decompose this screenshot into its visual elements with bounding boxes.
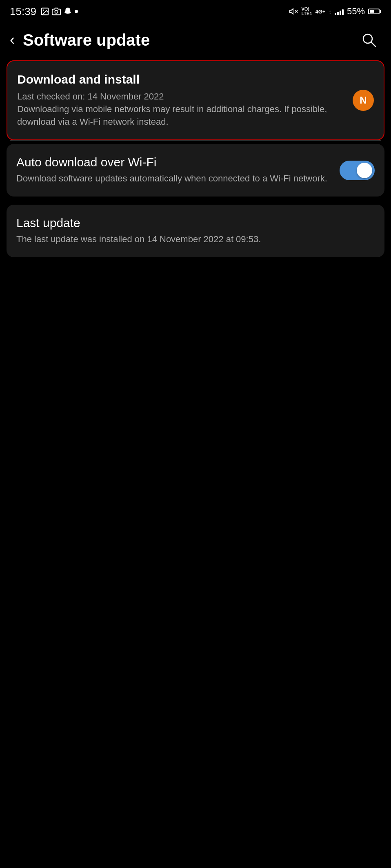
header: ‹ Software update <box>0 21 391 60</box>
notification-badge: N <box>353 90 374 111</box>
battery-text: 55% <box>347 6 365 17</box>
auto-download-section: Auto download over Wi-Fi Download softwa… <box>7 144 384 197</box>
volte-text: VO) LTE1 <box>301 7 312 16</box>
auto-download-description: Download software updates automatically … <box>16 172 331 185</box>
last-update-card[interactable]: Last update The last update was installe… <box>7 205 384 257</box>
main-content: Download and install Last checked on: 14… <box>0 60 391 257</box>
battery-icon <box>368 9 381 14</box>
notification-dot <box>75 10 78 13</box>
section-divider <box>10 140 381 141</box>
signal-bar-3 <box>340 11 341 15</box>
camera-icon <box>52 7 61 16</box>
header-left: ‹ Software update <box>8 31 150 49</box>
network-type: 4G+ <box>315 9 326 15</box>
page-title: Software update <box>23 31 150 49</box>
last-update-title: Last update <box>16 216 375 230</box>
mute-icon <box>289 7 298 16</box>
download-warning: Downloading via mobile networks may resu… <box>17 104 327 127</box>
last-update-description: The last update was installed on 14 Nove… <box>16 233 375 246</box>
toggle-thumb <box>357 163 372 178</box>
signal-bar-1 <box>335 13 336 15</box>
status-time: 15:39 <box>10 5 36 18</box>
back-icon: ‹ <box>10 33 15 47</box>
auto-download-toggle-container <box>340 161 375 180</box>
search-icon <box>360 31 378 49</box>
auto-download-text: Auto download over Wi-Fi Download softwa… <box>16 155 340 185</box>
status-bar: 15:39 <box>0 0 391 21</box>
auto-download-card[interactable]: Auto download over Wi-Fi Download softwa… <box>7 144 384 197</box>
back-button[interactable]: ‹ <box>8 31 16 49</box>
download-card-description: Last checked on: 14 November 2022 Downlo… <box>17 91 374 128</box>
svg-line-7 <box>371 42 375 46</box>
status-icons <box>40 7 78 16</box>
auto-download-title: Auto download over Wi-Fi <box>16 155 331 169</box>
signal-bars <box>335 8 344 15</box>
download-card-title: Download and install <box>17 73 374 86</box>
signal-bar-2 <box>337 12 339 15</box>
toggle-track <box>340 161 375 180</box>
download-last-checked: Last checked on: 14 November 2022 <box>17 91 164 102</box>
data-arrows: ↕ <box>329 9 331 15</box>
gallery-icon <box>40 7 49 16</box>
download-install-card[interactable]: Download and install Last checked on: 14… <box>7 60 384 140</box>
svg-marker-3 <box>290 9 293 14</box>
signal-bar-4 <box>342 9 344 15</box>
svg-point-1 <box>43 9 44 11</box>
status-left: 15:39 <box>10 5 78 18</box>
status-right: VO) LTE1 4G+ ↕ 55% <box>289 6 381 17</box>
search-button[interactable] <box>358 29 380 51</box>
svg-point-2 <box>55 10 58 13</box>
auto-download-toggle[interactable] <box>340 161 375 180</box>
snapchat-icon <box>63 7 72 16</box>
